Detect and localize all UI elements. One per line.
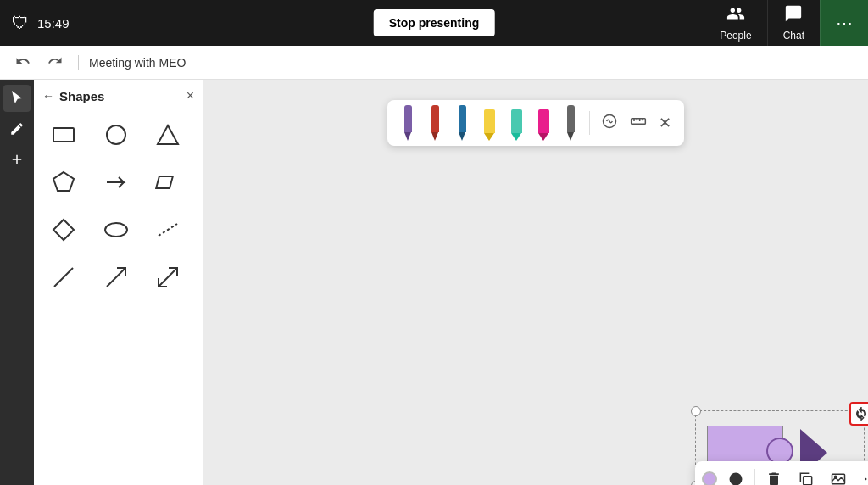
image-embed-button[interactable] bbox=[825, 465, 852, 485]
shape-rectangle[interactable] bbox=[42, 114, 85, 156]
shape-parallelogram[interactable] bbox=[147, 161, 189, 203]
pen-teal[interactable] bbox=[504, 105, 528, 141]
svg-rect-0 bbox=[53, 128, 74, 142]
shape-arrow-bidirectional[interactable] bbox=[147, 256, 189, 298]
shape-pentagon[interactable] bbox=[42, 161, 85, 203]
shape-circle[interactable] bbox=[95, 114, 137, 156]
shapes-grid bbox=[42, 114, 194, 298]
svg-line-9 bbox=[107, 268, 125, 287]
svg-rect-18 bbox=[804, 477, 812, 485]
svg-line-8 bbox=[54, 268, 73, 287]
pen-red[interactable] bbox=[423, 105, 447, 141]
svg-point-17 bbox=[730, 473, 743, 486]
shape-arrow[interactable] bbox=[95, 161, 137, 203]
chat-icon bbox=[784, 4, 803, 27]
more-icon: ⋯ bbox=[836, 13, 853, 33]
svg-point-6 bbox=[105, 223, 127, 237]
svg-point-20 bbox=[834, 476, 837, 478]
shapes-panel-back-button[interactable]: ← bbox=[42, 89, 54, 103]
shape-line[interactable] bbox=[42, 256, 85, 298]
svg-marker-5 bbox=[53, 220, 74, 240]
shape-triangle[interactable] bbox=[147, 114, 189, 156]
svg-point-1 bbox=[107, 125, 125, 144]
topbar-right: People Chat ⋯ bbox=[704, 0, 868, 46]
pen-toolbar-close-button[interactable]: ✕ bbox=[654, 112, 676, 134]
undo-button[interactable] bbox=[10, 50, 36, 75]
filled-circle-button[interactable] bbox=[722, 465, 749, 485]
rotate-handle[interactable] bbox=[849, 402, 868, 426]
canvas-area[interactable]: ✕ bbox=[203, 80, 868, 485]
add-tool[interactable] bbox=[3, 146, 31, 173]
topbar-center: Stop presenting bbox=[374, 9, 495, 36]
pen-tool[interactable] bbox=[3, 115, 31, 142]
meeting-title: Meeting with MEO bbox=[89, 56, 186, 70]
main-area: ← Shapes × bbox=[0, 80, 868, 485]
shapes-panel-nav: ← Shapes bbox=[42, 89, 104, 103]
shape-diamond[interactable] bbox=[42, 209, 85, 251]
pen-toolbar: ✕ bbox=[387, 100, 684, 146]
delete-button[interactable] bbox=[760, 465, 787, 485]
time-display: 15:49 bbox=[37, 16, 70, 31]
chat-label: Chat bbox=[783, 30, 804, 42]
svg-marker-2 bbox=[158, 125, 178, 144]
pen-purple[interactable] bbox=[396, 105, 420, 141]
shapes-panel: ← Shapes × bbox=[34, 80, 203, 485]
ctx-divider-1 bbox=[754, 469, 755, 485]
pen-blue[interactable] bbox=[450, 105, 474, 141]
shape-dotted-line[interactable] bbox=[147, 209, 189, 251]
eraser-button[interactable] bbox=[597, 111, 622, 136]
pen-toolbar-divider bbox=[589, 111, 590, 135]
redo-button[interactable] bbox=[42, 50, 68, 75]
svg-line-10 bbox=[159, 268, 177, 287]
pen-yellow[interactable] bbox=[477, 105, 501, 141]
svg-point-21 bbox=[865, 478, 867, 481]
secondarybar: Meeting with MEO bbox=[0, 46, 868, 80]
stop-presenting-button[interactable]: Stop presenting bbox=[374, 9, 495, 36]
more-options-button[interactable] bbox=[857, 465, 868, 485]
copy-button[interactable] bbox=[793, 465, 820, 485]
topbar-left: 🛡 15:49 bbox=[0, 14, 70, 33]
svg-marker-4 bbox=[156, 176, 173, 188]
handle-top-left[interactable] bbox=[691, 406, 701, 416]
more-nav-item[interactable]: ⋯ bbox=[820, 0, 868, 46]
shield-icon: 🛡 bbox=[12, 14, 29, 33]
color-dot-purple[interactable] bbox=[702, 471, 717, 485]
pen-dark[interactable] bbox=[559, 105, 582, 141]
topbar: 🛡 15:49 Stop presenting People Chat ⋯ bbox=[0, 0, 868, 46]
people-nav-item[interactable]: People bbox=[704, 0, 766, 46]
svg-rect-12 bbox=[632, 118, 646, 124]
sidebar bbox=[0, 80, 34, 485]
shapes-panel-close-button[interactable]: × bbox=[186, 88, 194, 103]
chat-nav-item[interactable]: Chat bbox=[767, 0, 820, 46]
svg-marker-3 bbox=[53, 172, 74, 191]
svg-line-7 bbox=[159, 224, 177, 236]
people-label: People bbox=[720, 30, 751, 42]
handle-top-right[interactable] bbox=[859, 406, 868, 416]
shape-ellipse[interactable] bbox=[95, 209, 137, 251]
context-toolbar bbox=[695, 461, 868, 485]
divider bbox=[78, 55, 79, 70]
shapes-panel-header: ← Shapes × bbox=[42, 88, 194, 103]
pen-pink[interactable] bbox=[531, 105, 555, 141]
shapes-panel-title: Shapes bbox=[59, 89, 104, 103]
ruler-button[interactable] bbox=[626, 111, 651, 136]
people-icon bbox=[726, 4, 745, 27]
select-tool[interactable] bbox=[3, 85, 31, 112]
shape-arrow-ne[interactable] bbox=[95, 256, 137, 298]
